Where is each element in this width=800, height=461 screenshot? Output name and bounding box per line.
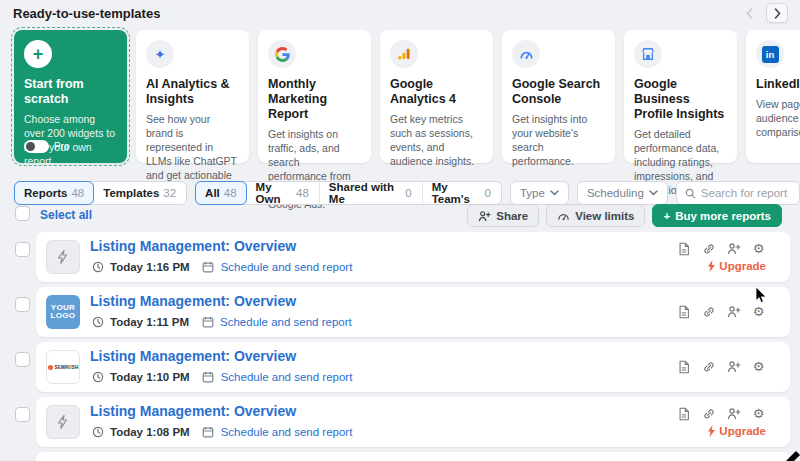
schedule-send-link[interactable]: Schedule and send report <box>221 261 353 273</box>
link-icon[interactable] <box>701 406 716 421</box>
template-card-google-analytics-4[interactable]: Google Analytics 4 Get key metrics such … <box>380 30 493 163</box>
export-pdf-icon[interactable] <box>676 304 691 319</box>
export-pdf-icon[interactable] <box>676 241 691 256</box>
upgrade-link[interactable]: Upgrade <box>707 260 766 272</box>
row-checkbox[interactable] <box>15 297 30 312</box>
carousel-next-button[interactable] <box>766 3 788 23</box>
report-timestamp: Today 1:11 PM <box>110 316 189 328</box>
export-pdf-icon[interactable] <box>676 406 691 421</box>
view-limits-button[interactable]: View limits <box>546 204 645 227</box>
tab-my-own[interactable]: My Own 48 <box>246 182 319 204</box>
report-title-link[interactable]: Listing Management: Overview <box>90 238 296 254</box>
clock-icon <box>90 424 105 439</box>
chevron-down-icon <box>649 190 658 196</box>
clock-icon <box>90 259 105 274</box>
report-thumbnail-lightning <box>46 240 80 274</box>
template-title: Google Analytics 4 <box>390 77 483 107</box>
semrush-logo-icon <box>48 365 53 370</box>
gear-icon[interactable]: ⚙ <box>751 304 766 319</box>
report-row[interactable]: YOUR LOGO Listing Management: Overview T… <box>36 287 790 337</box>
lightning-icon <box>707 260 716 272</box>
chevron-right-icon <box>774 8 781 19</box>
ai-sparkle-icon: ✦ <box>155 47 166 62</box>
select-all-label[interactable]: Select all <box>40 208 92 222</box>
row-checkbox[interactable] <box>15 407 30 422</box>
schedule-send-link[interactable]: Schedule and send report <box>220 316 352 328</box>
ownership-tabs: All 48 My Own 48 Shared with Me 0 My Tea… <box>195 181 502 205</box>
scheduling-dropdown[interactable]: Scheduling <box>577 181 668 205</box>
link-icon[interactable] <box>701 241 716 256</box>
share-button[interactable]: Share <box>467 204 539 227</box>
lightning-icon <box>707 425 716 437</box>
google-g-icon <box>275 47 290 62</box>
tab-shared-with-me[interactable]: Shared with Me 0 <box>319 182 422 204</box>
report-row[interactable]: Listing Management: Overview Today 1:08 … <box>36 397 790 447</box>
pro-toggle[interactable]: Pro <box>24 140 70 153</box>
calendar-icon <box>200 314 215 329</box>
buy-more-reports-button[interactable]: + Buy more reports <box>652 204 782 227</box>
person-add-icon[interactable] <box>726 241 741 256</box>
export-pdf-icon[interactable] <box>676 359 691 374</box>
report-row[interactable]: Listing Management: Overview Today 1:16 … <box>36 232 790 282</box>
tab-reports[interactable]: Reports 48 <box>14 181 94 205</box>
template-card-linkedin-pages[interactable]: in LinkedIn Pages View page audience met… <box>746 30 800 163</box>
template-card-start-from-scratch[interactable]: + Start from scratch Choose among over 2… <box>14 30 127 163</box>
template-title: LinkedIn Pages <box>756 77 800 92</box>
toggle-pill <box>24 140 49 153</box>
toggle-knob <box>26 142 35 151</box>
person-add-icon[interactable] <box>726 359 741 374</box>
report-title-link[interactable]: Listing Management: Overview <box>90 293 296 309</box>
report-title-link[interactable]: Listing Management: Overview <box>90 403 296 419</box>
mouse-cursor <box>755 287 767 304</box>
template-title: Monthly Marketing Report <box>268 77 361 122</box>
buy-more-label: Buy more reports <box>675 210 771 222</box>
tab-templates[interactable]: Templates 32 <box>93 182 186 204</box>
gear-icon[interactable]: ⚙ <box>751 359 766 374</box>
gear-icon[interactable]: ⚙ <box>751 406 766 421</box>
calendar-icon <box>201 369 216 384</box>
tab-count: 32 <box>163 187 176 199</box>
report-row[interactable]: SEMRUSH Listing Management: Overview Tod… <box>36 342 790 392</box>
storefront-icon <box>641 47 655 61</box>
share-label: Share <box>496 210 528 222</box>
row-checkbox[interactable] <box>15 242 30 257</box>
semrush-logo-text: SEMRUSH <box>55 365 79 370</box>
gear-icon[interactable]: ⚙ <box>751 241 766 256</box>
list-toolbar: Share View limits + Buy more reports <box>467 204 782 227</box>
template-card-ai-analytics[interactable]: ✦ AI Analytics & Insights See how your b… <box>136 30 249 163</box>
select-all-checkbox[interactable] <box>15 206 30 221</box>
template-card-google-search-console[interactable]: Google Search Console Get insights into … <box>502 30 615 163</box>
tab-label: Shared with Me <box>329 181 401 205</box>
link-icon[interactable] <box>701 359 716 374</box>
link-icon[interactable] <box>701 304 716 319</box>
tab-my-teams[interactable]: My Team's 0 <box>422 182 501 204</box>
upgrade-link[interactable]: Upgrade <box>707 425 766 437</box>
person-add-icon <box>478 210 491 222</box>
tab-count: 48 <box>224 187 237 199</box>
report-thumbnail-your-logo: YOUR LOGO <box>46 295 80 329</box>
upgrade-label: Upgrade <box>719 260 766 272</box>
search-icon <box>685 188 696 199</box>
dropdown-label: Scheduling <box>587 187 644 199</box>
limits-gauge-icon <box>557 210 570 222</box>
logo-text: LOGO <box>51 312 76 320</box>
carousel-prev-button[interactable] <box>738 3 760 23</box>
tab-all[interactable]: All 48 <box>195 181 247 205</box>
template-card-monthly-marketing[interactable]: Monthly Marketing Report Get insights on… <box>258 30 371 163</box>
template-card-google-business-profile[interactable]: Google Business Profile Insights Get det… <box>624 30 737 163</box>
pro-toggle-label: Pro <box>54 141 70 152</box>
row-checkbox[interactable] <box>15 352 30 367</box>
person-add-icon[interactable] <box>726 304 741 319</box>
report-title-link[interactable]: Listing Management: Overview <box>90 348 296 364</box>
upgrade-label: Upgrade <box>719 425 766 437</box>
schedule-send-link[interactable]: Schedule and send report <box>221 426 353 438</box>
calendar-icon <box>201 424 216 439</box>
type-dropdown[interactable]: Type <box>510 181 569 205</box>
search-input[interactable] <box>701 187 791 199</box>
tab-count: 48 <box>296 187 309 199</box>
template-title: AI Analytics & Insights <box>146 77 239 107</box>
bar-chart-icon <box>397 47 411 61</box>
schedule-send-link[interactable]: Schedule and send report <box>221 371 353 383</box>
page-title: Ready-to-use-templates <box>13 6 160 21</box>
person-add-icon[interactable] <box>726 406 741 421</box>
